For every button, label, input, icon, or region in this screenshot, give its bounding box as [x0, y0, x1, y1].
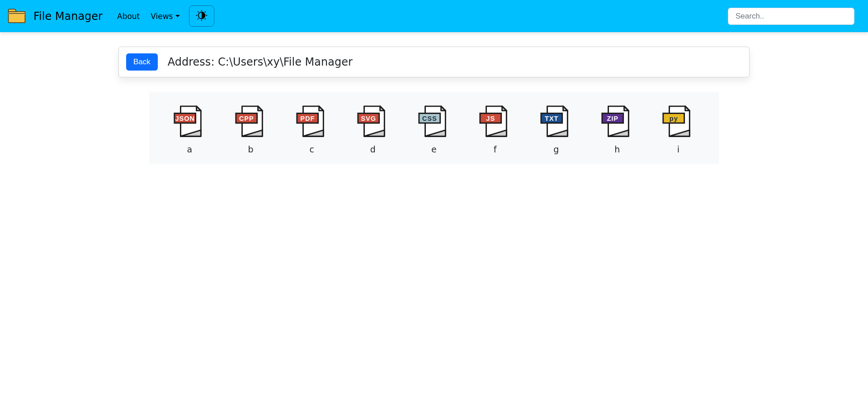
- address-card: Back Address: C:\Users\xy\File Manager: [118, 47, 750, 77]
- file-name-label: c: [309, 144, 314, 154]
- file-item[interactable]: SVG d: [343, 104, 402, 154]
- address-text: Address: C:\Users\xy\File Manager: [168, 56, 353, 68]
- file-item[interactable]: py i: [649, 104, 708, 154]
- file-type-icon: SVG: [355, 104, 391, 140]
- nav-about-label: About: [117, 12, 140, 21]
- navbar: File Manager About Views: [0, 0, 868, 32]
- file-type-icon: CSS: [416, 104, 452, 140]
- file-item[interactable]: CSS e: [405, 104, 464, 154]
- file-type-icon: ZIP: [599, 104, 635, 140]
- file-name-label: d: [370, 144, 376, 154]
- file-item[interactable]: CPP b: [221, 104, 280, 154]
- back-button[interactable]: Back: [126, 53, 158, 71]
- svg-text:PDF: PDF: [300, 115, 315, 122]
- files-grid: JSON a CPP b PDF c SVG d CSS e JS f: [160, 104, 708, 154]
- file-name-label: h: [614, 144, 620, 154]
- theme-toggle-button[interactable]: [189, 5, 214, 27]
- folder-icon: [7, 7, 26, 26]
- file-type-icon: JS: [477, 104, 513, 140]
- file-type-icon: JSON: [172, 104, 207, 140]
- nav-views-label: Views: [151, 12, 173, 21]
- svg-text:py: py: [670, 115, 678, 122]
- svg-line-11: [205, 11, 206, 12]
- file-name-label: e: [431, 144, 437, 154]
- svg-line-9: [205, 19, 206, 19]
- svg-text:CPP: CPP: [239, 115, 254, 122]
- brand[interactable]: File Manager: [7, 7, 103, 26]
- file-name-label: i: [677, 144, 679, 154]
- file-name-label: g: [553, 144, 559, 154]
- svg-text:TXT: TXT: [545, 115, 559, 122]
- file-type-icon: CPP: [233, 104, 269, 140]
- file-item[interactable]: PDF c: [282, 104, 341, 154]
- nav-about[interactable]: About: [112, 8, 145, 24]
- nav-views-dropdown[interactable]: Views: [145, 8, 185, 24]
- svg-text:CSS: CSS: [422, 115, 437, 122]
- file-type-icon: TXT: [538, 104, 574, 140]
- files-panel: JSON a CPP b PDF c SVG d CSS e JS f: [149, 92, 719, 164]
- svg-text:JSON: JSON: [175, 115, 195, 122]
- brand-label: File Manager: [33, 10, 103, 23]
- file-item[interactable]: TXT g: [527, 104, 586, 154]
- search-input[interactable]: [728, 8, 854, 25]
- svg-text:ZIP: ZIP: [607, 115, 619, 122]
- svg-line-8: [198, 11, 199, 12]
- file-type-icon: PDF: [294, 104, 330, 140]
- file-item[interactable]: JSON a: [160, 104, 219, 154]
- file-item[interactable]: ZIP h: [588, 104, 647, 154]
- svg-line-10: [198, 19, 199, 19]
- file-name-label: f: [494, 144, 497, 154]
- chevron-down-icon: [175, 15, 180, 17]
- file-item[interactable]: JS f: [466, 104, 525, 154]
- file-type-icon: py: [660, 104, 696, 140]
- half-circle-icon: [196, 10, 208, 23]
- svg-text:SVG: SVG: [361, 115, 376, 122]
- svg-text:JS: JS: [486, 115, 495, 122]
- file-name-label: b: [248, 144, 254, 154]
- file-name-label: a: [187, 144, 193, 154]
